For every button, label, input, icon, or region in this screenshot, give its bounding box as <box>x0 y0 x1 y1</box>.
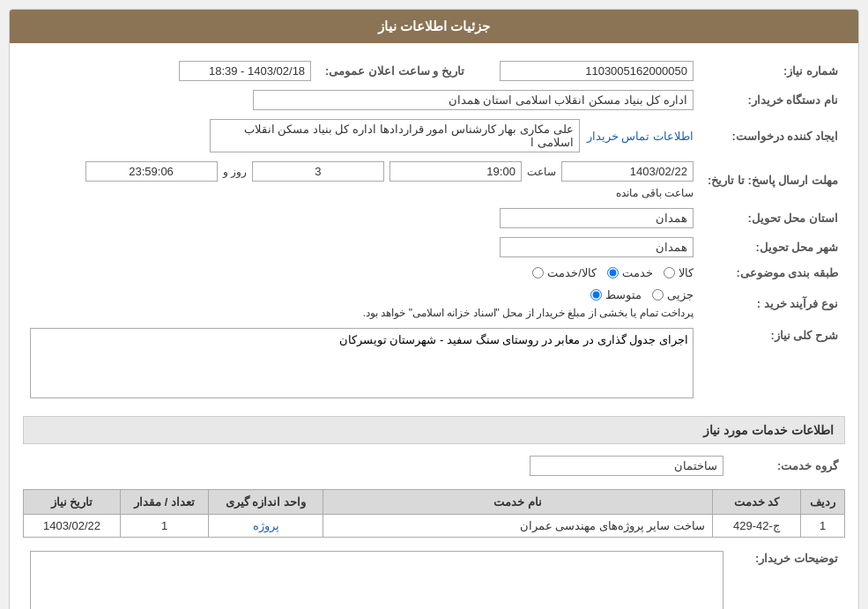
page-header: جزئیات اطلاعات نیاز <box>10 10 858 43</box>
need-desc-label: شرح کلی نیاز: <box>701 323 845 405</box>
process-jozi-radio[interactable] <box>652 289 664 301</box>
process-motavasset-radio[interactable] <box>590 289 602 301</box>
announce-value: 1403/02/18 - 18:39 <box>179 61 311 81</box>
category-option-khedmat[interactable]: خدمت <box>607 266 653 279</box>
service-group-value: ساختمان <box>530 456 723 476</box>
row-unit: پروژه <box>209 515 323 538</box>
table-row: 1 ج-42-429 ساخت سایر پروژه‌های مهندسی عم… <box>24 515 845 538</box>
col-header-row: ردیف <box>801 490 845 515</box>
announce-label: تاریخ و ساعت اعلان عمومی: <box>318 56 471 85</box>
row-name: ساخت سایر پروژه‌های مهندسی عمران <box>323 515 713 538</box>
requester-label: ایجاد کننده درخواست: <box>701 115 845 157</box>
category-kala-label: کالا <box>679 266 694 279</box>
row-date: 1403/02/22 <box>24 515 121 538</box>
row-qty: 1 <box>121 515 209 538</box>
deadline-remaining: 23:59:06 <box>85 161 218 182</box>
days-label: روز و <box>223 166 247 178</box>
city-label: شهر محل تحویل: <box>701 233 845 262</box>
deadline-time: 19:00 <box>389 161 522 182</box>
service-group-label: گروه خدمت: <box>731 451 845 480</box>
remaining-label: ساعت باقی مانده <box>616 187 694 199</box>
services-section-header: اطلاعات خدمات مورد نیاز <box>23 416 845 444</box>
process-jozi-label: جزیی <box>667 288 694 301</box>
category-option-kala[interactable]: کالا <box>664 266 694 279</box>
col-header-unit: واحد اندازه گیری <box>209 490 323 515</box>
col-header-qty: تعداد / مقدار <box>121 490 209 515</box>
col-header-code: کد خدمت <box>713 490 801 515</box>
category-kala-khedmat-radio[interactable] <box>532 267 544 279</box>
requester-value: علی مکاری بهار کارشناس امور قراردادها اد… <box>210 119 580 152</box>
process-option-jozi[interactable]: جزیی <box>652 288 694 301</box>
city-value: همدان <box>500 237 694 257</box>
category-option-kala-khedmat[interactable]: کالا/خدمت <box>532 266 597 279</box>
province-value: همدان <box>500 208 694 228</box>
buyer-notes-textarea[interactable] <box>30 551 723 609</box>
time-label: ساعت <box>527 166 556 178</box>
category-khedmat-radio[interactable] <box>607 267 619 279</box>
header-title: جزئیات اطلاعات نیاز <box>378 19 490 33</box>
services-table: ردیف کد خدمت نام خدمت واحد اندازه گیری ت… <box>23 489 845 538</box>
province-label: استان محل تحویل: <box>701 204 845 233</box>
col-header-name: نام خدمت <box>323 490 713 515</box>
category-kala-khedmat-label: کالا/خدمت <box>547 266 597 279</box>
row-code: ج-42-429 <box>713 515 801 538</box>
requester-contact-link[interactable]: اطلاعات تماس خریدار <box>587 130 694 143</box>
category-khedmat-label: خدمت <box>622 266 653 279</box>
category-label: طبقه بندی موضوعی: <box>701 262 845 284</box>
need-number-value: 1103005162000050 <box>500 61 694 81</box>
category-kala-radio[interactable] <box>664 267 675 279</box>
need-desc-textarea[interactable] <box>30 328 694 398</box>
col-header-date: تاریخ نیاز <box>24 490 121 515</box>
buyer-org-label: نام دستگاه خریدار: <box>701 85 845 115</box>
need-number-label: شماره نیاز: <box>701 56 845 85</box>
buyer-notes-label: توضیحات خریدار: <box>731 546 845 609</box>
category-radio-group: کالا/خدمت خدمت کالا <box>30 266 694 279</box>
process-option-motavasset[interactable]: متوسط <box>590 288 642 301</box>
process-label: نوع فرآیند خرید : <box>701 284 845 323</box>
deadline-label: مهلت ارسال پاسخ: تا تاریخ: <box>701 157 845 204</box>
process-note: پرداخت تمام یا بخشی از مبلغ خریدار از مح… <box>363 307 694 319</box>
buyer-org-value: اداره کل بنیاد مسکن انقلاب اسلامی استان … <box>253 90 694 110</box>
deadline-days: 3 <box>252 161 384 182</box>
row-number: 1 <box>801 515 845 538</box>
process-radio-group: متوسط جزیی <box>590 288 694 301</box>
process-motavasset-label: متوسط <box>605 288 642 301</box>
deadline-date: 1403/02/22 <box>561 161 694 182</box>
